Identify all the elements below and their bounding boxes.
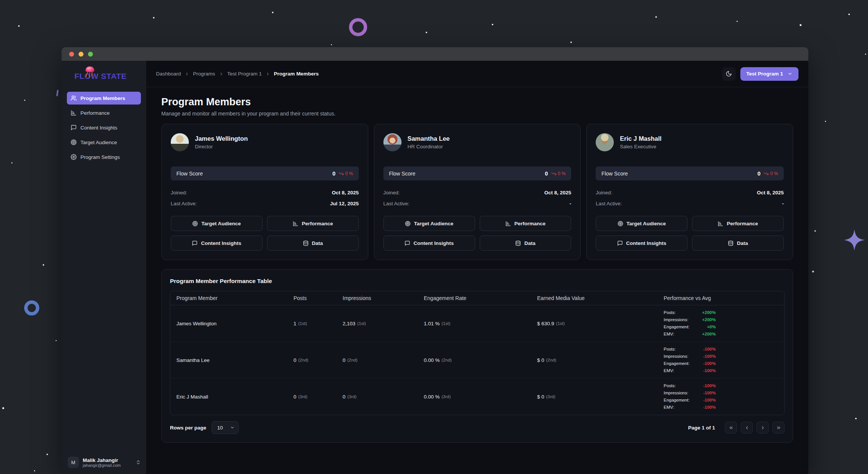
rows-per-page-select[interactable]: 10 xyxy=(212,421,239,434)
page-info: Page 1 of 1 xyxy=(688,425,715,431)
previous-page-button[interactable] xyxy=(741,422,753,434)
content-insights-button[interactable]: Content Insights xyxy=(596,235,687,251)
card-button-label: Target Audience xyxy=(414,221,453,226)
member-name: James Wellington xyxy=(195,135,248,142)
sidebar: FLOW STATE xyxy=(62,61,146,474)
card-button-label: Content Insights xyxy=(414,240,454,246)
breadcrumb-programs[interactable]: Programs xyxy=(193,71,215,77)
sidebar-item-label: Performance xyxy=(80,110,110,116)
flow-score-value: 0 xyxy=(545,171,548,177)
first-page-button[interactable] xyxy=(725,422,737,434)
cell-member: James Wellington xyxy=(170,305,287,342)
chevron-right-icon xyxy=(760,425,765,430)
sparkle-icon xyxy=(843,229,866,251)
sidebar-item-target-audience[interactable]: Target Audience xyxy=(67,136,141,149)
target-icon xyxy=(71,139,77,145)
card-button-label: Data xyxy=(312,240,323,246)
users-icon xyxy=(71,95,77,101)
sidebar-item-performance[interactable]: Performance xyxy=(67,106,141,119)
member-card: Eric J Mashall Sales Executive Flow Scor… xyxy=(586,124,793,260)
decor-ring-blue xyxy=(24,300,39,315)
program-selector-button[interactable]: Test Program 1 xyxy=(740,67,798,81)
cell-impressions: 0(2nd) xyxy=(337,342,418,378)
last-active-value: - xyxy=(570,201,571,206)
member-cards: James Wellington Director Flow Score 0 xyxy=(161,124,793,260)
breadcrumb-test-program[interactable]: Test Program 1 xyxy=(227,71,262,77)
minimize-window-button[interactable] xyxy=(79,52,83,57)
cell-posts: 0(3rd) xyxy=(287,379,337,415)
table-row: Samantha Lee 0(2nd) 0(2nd) 0.00 %(2nd) $… xyxy=(170,342,784,379)
content-insights-button[interactable]: Content Insights xyxy=(383,235,475,251)
joined-label: Joined: xyxy=(171,190,187,195)
member-role: HR Coordinator xyxy=(408,144,450,149)
sidebar-item-program-settings[interactable]: Program Settings xyxy=(67,151,141,163)
card-button-label: Content Insights xyxy=(201,240,241,246)
last-page-button[interactable] xyxy=(772,422,785,434)
flow-score-bar: Flow Score 0 0 % xyxy=(596,166,784,180)
close-window-button[interactable] xyxy=(69,52,74,57)
performance-button[interactable]: Performance xyxy=(692,216,784,231)
flow-score-label: Flow Score xyxy=(389,171,415,177)
card-button-label: Performance xyxy=(514,221,546,226)
target-audience-button[interactable]: Target Audience xyxy=(596,216,687,231)
sidebar-item-label: Target Audience xyxy=(80,140,117,145)
last-active-label: Last Active: xyxy=(171,201,197,206)
cell-emv: $ 0(2nd) xyxy=(531,342,658,378)
breadcrumb-dashboard[interactable]: Dashboard xyxy=(156,71,181,77)
sidebar-item-content-insights[interactable]: Content Insights xyxy=(67,121,141,134)
target-audience-button[interactable]: Target Audience xyxy=(383,216,475,231)
cell-impressions: 0(3rd) xyxy=(337,379,418,415)
joined-value: Oct 8, 2025 xyxy=(332,190,358,195)
chevron-down-icon xyxy=(788,71,792,76)
last-active-value: - xyxy=(782,201,784,206)
performance-table: Program Member Posts Impressions Engagem… xyxy=(170,291,785,415)
user-menu[interactable]: M Malik Jahangir jahangir@gmail.com xyxy=(62,452,146,474)
flow-score-bar: Flow Score 0 0 % xyxy=(171,166,359,180)
card-button-label: Performance xyxy=(302,221,333,226)
chevron-down-icon xyxy=(230,425,235,430)
sidebar-item-label: Program Members xyxy=(80,95,125,101)
user-avatar: M xyxy=(68,457,79,468)
card-button-label: Target Audience xyxy=(201,221,241,226)
maximize-window-button[interactable] xyxy=(88,52,93,57)
card-button-label: Data xyxy=(524,240,535,246)
flow-trend-value: 0 % xyxy=(345,171,353,176)
message-icon xyxy=(617,240,623,246)
bar-chart-icon xyxy=(718,221,723,226)
decor-dash xyxy=(56,90,59,96)
performance-button[interactable]: Performance xyxy=(267,216,359,231)
bar-chart-icon xyxy=(293,221,298,226)
joined-value: Oct 8, 2025 xyxy=(757,190,784,195)
flow-score-label: Flow Score xyxy=(601,171,628,177)
database-icon xyxy=(728,240,734,246)
page-title: Program Members xyxy=(161,96,793,108)
app-logo: FLOW STATE xyxy=(62,61,146,92)
last-active-label: Last Active: xyxy=(383,201,409,206)
avatar xyxy=(383,133,402,151)
flow-score-label: Flow Score xyxy=(176,171,203,177)
cell-engagement: 0.00 %(3rd) xyxy=(418,379,531,415)
content-insights-button[interactable]: Content Insights xyxy=(171,235,263,251)
moon-icon xyxy=(726,71,732,77)
chevron-left-icon xyxy=(744,425,749,430)
sidebar-item-label: Program Settings xyxy=(80,154,120,160)
data-button[interactable]: Data xyxy=(480,235,571,251)
program-selector-label: Test Program 1 xyxy=(746,71,783,77)
cell-impressions: 2,103(1st) xyxy=(337,305,418,342)
data-button[interactable]: Data xyxy=(267,235,359,251)
next-page-button[interactable] xyxy=(757,422,769,434)
bar-chart-icon xyxy=(505,221,511,226)
target-audience-button[interactable]: Target Audience xyxy=(171,216,263,231)
chevrons-up-down-icon xyxy=(136,460,141,465)
data-button[interactable]: Data xyxy=(692,235,784,251)
avatar xyxy=(171,133,189,151)
sidebar-item-label: Content Insights xyxy=(80,125,117,131)
joined-label: Joined: xyxy=(383,190,400,195)
theme-toggle-button[interactable] xyxy=(722,67,736,81)
cell-emv: $ 0(3rd) xyxy=(531,379,658,415)
cell-performance-vs-avg: Posts:-100% Impressions:-100% Engagement… xyxy=(658,342,784,378)
sidebar-item-program-members[interactable]: Program Members xyxy=(67,92,141,105)
cell-posts: 0(2nd) xyxy=(287,342,337,378)
gear-icon xyxy=(71,154,77,160)
performance-button[interactable]: Performance xyxy=(480,216,571,231)
